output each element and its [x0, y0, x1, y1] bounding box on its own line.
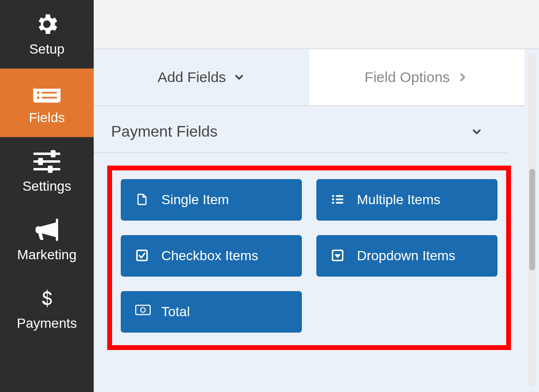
scrollbar-thumb[interactable] [529, 169, 535, 270]
field-checkbox-items[interactable]: Checkbox Items [121, 235, 302, 277]
svg-rect-8 [33, 160, 60, 163]
section-title: Payment Fields [111, 123, 218, 140]
svg-rect-18 [336, 202, 343, 204]
sidebar-item-label: Marketing [17, 247, 77, 263]
svg-rect-6 [42, 97, 57, 98]
svg-point-22 [141, 308, 145, 312]
sidebar-item-payments[interactable]: Payments [0, 274, 94, 343]
list-icon [331, 193, 345, 207]
highlight-box: Single Item Multiple Items Checkbox Item… [107, 166, 511, 350]
svg-point-5 [37, 97, 39, 99]
field-label: Multiple Items [357, 192, 440, 208]
sidebar-item-fields[interactable]: Fields [0, 69, 94, 137]
field-label: Checkbox Items [161, 248, 258, 264]
svg-rect-9 [33, 168, 60, 170]
svg-rect-14 [336, 195, 343, 197]
sidebar-item-label: Setup [29, 42, 64, 57]
field-multiple-items[interactable]: Multiple Items [316, 179, 497, 221]
sidebar-item-label: Settings [22, 179, 71, 194]
tab-label: Add Fields [157, 69, 226, 85]
svg-rect-11 [38, 158, 43, 165]
sidebar-item-setup[interactable]: Setup [0, 0, 94, 69]
dropdown-icon [331, 249, 345, 263]
svg-point-17 [332, 202, 334, 204]
sidebar: Setup Fields Settings Marketing Payments [0, 0, 94, 392]
chevron-down-icon [470, 126, 483, 138]
dollar-icon [32, 286, 61, 311]
field-label: Total [161, 304, 190, 320]
checkbox-icon [135, 249, 150, 263]
section-header-payment-fields[interactable]: Payment Fields [94, 106, 507, 153]
svg-rect-7 [33, 153, 60, 155]
chevron-down-icon [233, 71, 245, 84]
svg-rect-16 [336, 198, 343, 200]
svg-rect-2 [33, 83, 61, 88]
file-icon [135, 193, 150, 207]
fields-icon [32, 80, 61, 105]
field-total[interactable]: Total [121, 291, 302, 333]
scrollbar[interactable] [528, 53, 536, 387]
sliders-icon [32, 149, 61, 174]
field-dropdown-items[interactable]: Dropdown Items [316, 235, 497, 277]
sidebar-item-marketing[interactable]: Marketing [0, 206, 94, 274]
sidebar-item-settings[interactable]: Settings [0, 137, 94, 206]
svg-point-15 [332, 198, 334, 201]
payment-fields-grid: Single Item Multiple Items Checkbox Item… [121, 179, 497, 333]
bullhorn-icon [32, 217, 61, 242]
fields-panel: Add Fields Field Options Payment Fields [94, 49, 539, 392]
chevron-right-icon [456, 71, 469, 84]
gear-icon [32, 12, 61, 37]
top-bar [94, 0, 539, 49]
svg-rect-21 [136, 305, 150, 314]
sidebar-item-label: Fields [29, 110, 65, 126]
tab-field-options[interactable]: Field Options [309, 49, 525, 105]
svg-rect-19 [137, 251, 147, 261]
tabs: Add Fields Field Options [94, 49, 525, 106]
svg-rect-12 [48, 166, 53, 173]
svg-rect-10 [51, 150, 56, 157]
sidebar-item-label: Payments [17, 316, 77, 331]
money-icon [135, 305, 150, 319]
field-label: Single Item [161, 192, 229, 208]
field-label: Dropdown Items [357, 248, 455, 264]
tab-add-fields[interactable]: Add Fields [94, 49, 309, 105]
svg-point-13 [332, 195, 334, 197]
svg-rect-4 [42, 92, 57, 93]
tab-label: Field Options [365, 69, 450, 85]
main-panel: Add Fields Field Options Payment Fields [94, 0, 539, 392]
field-single-item[interactable]: Single Item [121, 179, 302, 221]
svg-point-3 [37, 91, 39, 94]
